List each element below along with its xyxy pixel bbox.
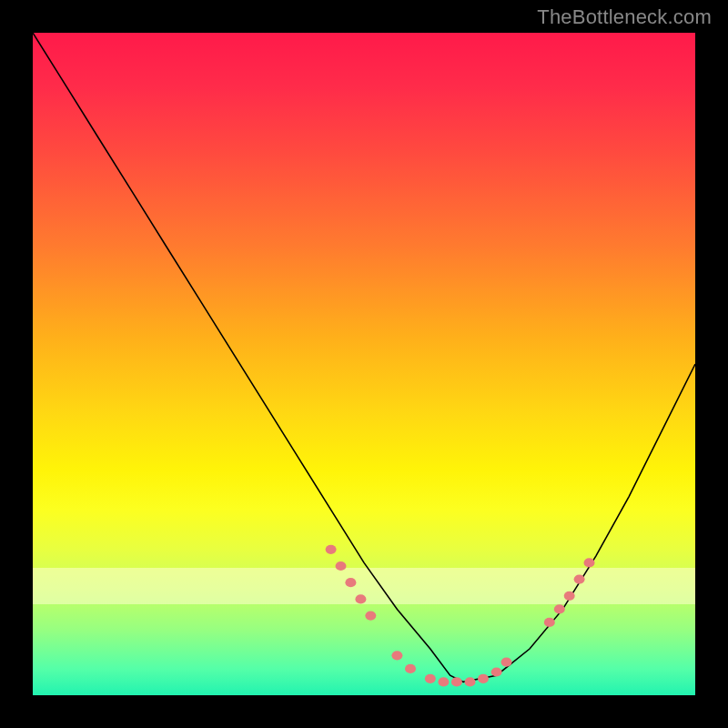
curve-marker: [554, 604, 565, 613]
curve-marker: [564, 592, 575, 601]
curve-marker: [438, 677, 449, 686]
curve-marker: [478, 674, 489, 683]
curve-marker: [405, 664, 416, 673]
chart-frame: TheBottleneck.com: [0, 0, 728, 728]
curve-marker: [326, 545, 337, 554]
curve-marker: [365, 612, 376, 621]
watermark-text: TheBottleneck.com: [537, 5, 712, 29]
curve-marker: [501, 658, 512, 667]
curve-marker: [336, 561, 347, 571]
curve-marker: [391, 651, 402, 660]
curve-marker: [355, 594, 366, 603]
plot-area: [33, 33, 695, 695]
curve-marker: [345, 578, 356, 587]
curve-marker: [491, 667, 502, 676]
curve-layer: [33, 33, 695, 695]
curve-marker: [544, 618, 555, 627]
bottleneck-curve: [33, 33, 695, 682]
curve-marker: [574, 575, 585, 584]
curve-marker: [465, 677, 476, 686]
curve-marker: [584, 558, 595, 567]
curve-marker: [425, 674, 436, 683]
curve-marker: [451, 677, 462, 686]
